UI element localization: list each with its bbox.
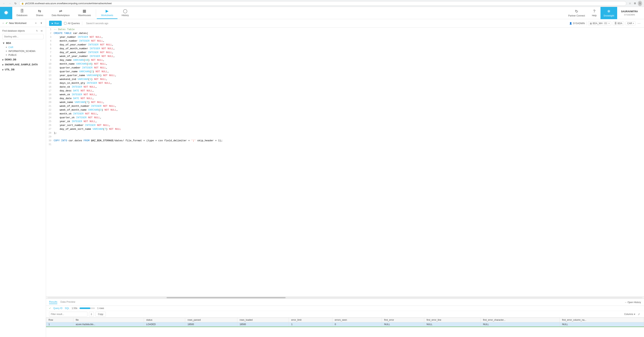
partner-connect-button[interactable]: ↻ Partner Connect	[565, 7, 588, 19]
results-tabs: Results Data Preview → Open History	[46, 299, 644, 306]
col-header-first-error[interactable]: first_error	[382, 318, 424, 322]
all-queries-checkbox-label[interactable]: All Queries	[64, 22, 80, 25]
code-line-3: 3 year_number INTEGER NOT NULL,	[46, 35, 644, 39]
snowflake-logo[interactable]	[0, 7, 12, 19]
run-button[interactable]: ▶ Run	[49, 21, 62, 26]
db-icon-2: ▸	[2, 58, 4, 61]
col-header-row[interactable]: Row	[46, 318, 74, 322]
expand-results-button[interactable]: ⇗	[637, 312, 641, 316]
nav-item-databases[interactable]: 🗄 Databases	[12, 7, 32, 19]
tab-data-preview[interactable]: Data Preview	[60, 300, 75, 304]
db-item-public[interactable]: ✦ PUBLIC	[0, 53, 46, 57]
columns-label: Columns	[624, 313, 633, 316]
context-db-selector[interactable]: 🗄 BDA	[613, 22, 624, 25]
code-line-14: 14 weekend_ind VARCHAR(1) NOT NULL,	[46, 78, 644, 81]
nav-item-history[interactable]: ◯ History	[118, 7, 133, 19]
db-group-util-header[interactable]: ▸ UTIL_DB	[0, 67, 46, 72]
user-role: SYSADMIN	[624, 14, 635, 16]
db-objects-header: Find database objects ↻ ≪	[0, 27, 46, 34]
db-group-demo-header[interactable]: ▸ DEMO_DB	[0, 57, 46, 62]
toolbar-more-button[interactable]: ⋯	[638, 22, 641, 25]
run-label: Run	[54, 22, 59, 25]
db-item-car-label: CAR	[8, 46, 13, 49]
nav-item-data-marketplace[interactable]: ⇌ Data Marketplace	[47, 7, 74, 19]
warehouse-grid-icon: ▦	[590, 22, 592, 25]
refresh-button[interactable]: ↻	[14, 1, 18, 6]
context-warehouse-selector[interactable]: ▦ BDA_WH XS ▾	[588, 22, 611, 25]
db-group-bda-header[interactable]: ▼ BDA	[0, 41, 46, 46]
columns-button[interactable]: Columns ▾	[624, 313, 635, 316]
scrollbar-thumb[interactable]	[166, 297, 286, 298]
schema-caret-icon[interactable]: ▾	[633, 22, 634, 24]
url-bar[interactable]: 🔒 ph21638.southeast-asia.azure.snowflake…	[19, 1, 626, 6]
db-group-util-label: UTIL_DB	[5, 68, 14, 71]
lock-icon: 🔒	[21, 2, 24, 4]
table-row[interactable]: 1 azure://azbda.blo... LOADED 18500 1850…	[46, 322, 644, 327]
code-line-4: 4 month_number INTEGER NOT NULL,	[46, 39, 644, 43]
user-profile-button[interactable]: SAURAVMITRA SYSADMIN	[618, 7, 641, 19]
results-filter-row: ⇩ Copy Columns ▾ ⇗	[46, 311, 644, 318]
nav-item-worksheets[interactable]: ▶ Worksheets	[97, 7, 117, 19]
context-schema-selector[interactable]: CAR ▾	[626, 22, 636, 25]
code-line-7: 7 day_of_week_number INTEGER NOT NULL,	[46, 50, 644, 54]
query-id-link[interactable]: Query ID	[53, 307, 62, 310]
col-header-file[interactable]: file	[73, 318, 144, 322]
profile-button[interactable]: S	[638, 1, 642, 6]
extensions-button[interactable]: ⚙	[633, 1, 637, 6]
url-text: ph21638.southeast-asia.azure.snowflakeco…	[25, 2, 624, 5]
db-search-box[interactable]	[2, 34, 44, 39]
col-header-error-limit[interactable]: error_limit	[289, 318, 332, 322]
help-button[interactable]: ? Help	[589, 7, 600, 19]
add-worksheet-button[interactable]: +	[34, 21, 38, 25]
code-line-29: 29	[46, 135, 644, 139]
partner-connect-icon: ↻	[575, 9, 578, 14]
col-header-first-error-character[interactable]: first_error_character...	[480, 318, 560, 322]
filter-input[interactable]	[49, 312, 88, 317]
col-header-rows-parsed[interactable]: rows_parsed	[185, 318, 237, 322]
code-line-27: 27 day_of_week_sort_name VARCHAR(7) NOT …	[46, 127, 644, 131]
snowsight-label: Snowsight	[604, 14, 614, 17]
cell-error-limit: 1	[289, 322, 332, 327]
back-button[interactable]: ←	[2, 1, 6, 6]
run-icon: ▶	[52, 22, 53, 24]
db-group-snowflake-header[interactable]: ▸ SNOWFLAKE_SAMPLE_DATA	[0, 62, 46, 67]
sql-link[interactable]: SQL	[65, 307, 70, 310]
col-header-first-error-column[interactable]: first_error_column_na...	[560, 318, 644, 322]
worksheet-menu-button[interactable]: ▾	[39, 21, 44, 25]
col-header-status[interactable]: status	[144, 318, 185, 322]
tab-results[interactable]: Results	[49, 300, 57, 304]
code-line-30: 30 COPY INTO car.dates FROM @AZ_BDA_STOR…	[46, 139, 644, 142]
forward-button[interactable]: →	[8, 1, 12, 6]
snowsight-button[interactable]: ❄ Snowsight	[600, 7, 617, 19]
col-header-errors-seen[interactable]: errors_seen	[332, 318, 382, 322]
code-line-21: 21 week_of_month_number INTEGER NOT NULL…	[46, 104, 644, 108]
editor-area[interactable]: 1 -- Dates Table 2 CREATE TABLE car.date…	[46, 28, 644, 296]
warehouse-caret-icon[interactable]: ▾	[608, 22, 610, 24]
results-table-wrap[interactable]: Row file status rows_parsed rows_loaded …	[46, 318, 644, 337]
nav-item-worksheets-label: Worksheets	[101, 14, 113, 17]
scrollbar-track[interactable]	[48, 297, 642, 298]
collapse-all-button[interactable]: ≪	[40, 29, 44, 33]
db-item-car[interactable]: ✦ CAR	[0, 46, 46, 49]
download-button[interactable]: ⇩	[89, 312, 94, 317]
copy-button[interactable]: Copy	[96, 312, 106, 317]
toolbar-right: 👤 SYSADMIN ▦ BDA_WH XS ▾ 🗄 BDA	[569, 22, 641, 25]
databases-icon: 🗄	[20, 9, 24, 13]
open-history-arrow-icon: →	[624, 301, 627, 304]
editor-scrollbar[interactable]	[46, 296, 644, 299]
cell-first-error-column-name: NULL	[560, 322, 644, 327]
refresh-db-button[interactable]: ↻	[35, 29, 39, 33]
open-history-button[interactable]: → Open History	[624, 301, 641, 304]
col-header-rows-loaded[interactable]: rows_loaded	[237, 318, 289, 322]
nav-item-shares[interactable]: ⇆ Shares	[32, 7, 47, 19]
cell-rows-parsed: 18500	[185, 322, 237, 327]
col-header-first-error-line[interactable]: first_error_line	[424, 318, 481, 322]
db-item-information-schema[interactable]: ✦ INFORMATION_SCHEMA	[0, 49, 46, 53]
context-db-value: BDA	[618, 22, 622, 25]
star-button[interactable]: ☆	[628, 1, 632, 6]
db-search-input[interactable]	[4, 35, 42, 38]
nav-item-warehouses[interactable]: ▦ Warehouses	[74, 7, 95, 19]
nav-item-databases-label: Databases	[16, 14, 28, 17]
all-queries-checkbox[interactable]	[64, 22, 66, 24]
sidebar-collapse-button[interactable]: ‹	[2, 21, 4, 25]
